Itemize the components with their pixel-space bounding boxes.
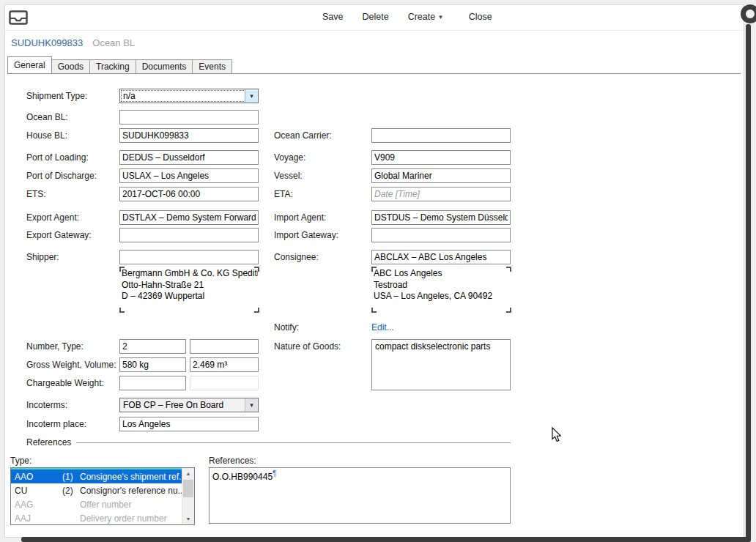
inbox-tray-icon xyxy=(9,10,28,25)
corner-mark-icon xyxy=(254,267,259,272)
package-type-input[interactable] xyxy=(190,339,259,354)
incoterm-place-label: Incoterm place: xyxy=(26,417,86,431)
voyage-label: Voyage: xyxy=(274,150,305,165)
port-of-discharge-input[interactable] xyxy=(119,168,259,183)
ets-input[interactable] xyxy=(119,187,259,201)
save-button[interactable]: Save xyxy=(317,9,349,25)
tab-goods[interactable]: Goods xyxy=(51,59,90,73)
import-gateway-input[interactable] xyxy=(371,228,511,242)
shipment-type-label: Shipment Type: xyxy=(26,89,87,103)
background-window-edge-right xyxy=(746,24,751,542)
close-label: Close xyxy=(469,12,492,22)
scroll-up-icon[interactable]: ▲ xyxy=(182,468,194,479)
nature-of-goods-textarea[interactable]: compact diskselectronic parts xyxy=(371,339,511,390)
ref-num: (2) xyxy=(62,486,80,496)
reference-type-list[interactable]: AAO (1) Consignee's shipment ref... CU (… xyxy=(10,467,195,525)
create-button[interactable]: Create ▾ xyxy=(403,9,448,25)
port-of-loading-label: Port of Loading: xyxy=(26,150,89,165)
ocean-bl-label: Ocean BL: xyxy=(26,110,68,125)
section-divider xyxy=(76,442,511,443)
delete-button[interactable]: Delete xyxy=(357,9,394,25)
scrollbar-thumb[interactable] xyxy=(183,480,193,497)
gross-weight-volume-label: Gross Weight, Volume: xyxy=(26,357,116,372)
ref-desc: Offer number xyxy=(80,500,182,510)
vessel-input[interactable] xyxy=(371,168,511,183)
import-agent-input[interactable] xyxy=(371,210,511,225)
notify-edit-link[interactable]: Edit... xyxy=(371,320,394,335)
chevron-down-icon: ▾ xyxy=(439,13,442,21)
eta-label: ETA: xyxy=(274,187,293,201)
list-scrollbar[interactable]: ▲ ▼ xyxy=(182,468,194,524)
number-type-label: Number, Type: xyxy=(26,339,84,354)
toolbar-buttons: Save Delete Create ▾ Close xyxy=(317,9,497,25)
tab-events[interactable]: Events xyxy=(192,59,232,73)
incoterms-value: FOB CP – Free On Board xyxy=(123,400,223,410)
list-item-aaj[interactable]: AAJ Delivery order number xyxy=(11,511,194,525)
incoterm-place-input[interactable] xyxy=(119,417,259,431)
gross-weight-input[interactable] xyxy=(119,357,186,372)
list-item-aao[interactable]: AAO (1) Consignee's shipment ref... xyxy=(11,469,194,483)
chargeable-weight-secondary-box xyxy=(190,376,259,390)
consignee-label: Consignee: xyxy=(274,250,319,264)
import-gateway-label: Import Gateway: xyxy=(274,228,338,242)
save-label: Save xyxy=(322,12,344,22)
shipment-type-value: n/a xyxy=(123,91,136,101)
references-section-label: References xyxy=(26,437,71,448)
house-bl-input[interactable] xyxy=(119,128,259,143)
shipper-address-block: Bergmann GmbH & Co. KG Spediti... Otto-H… xyxy=(119,267,259,313)
ref-desc: Delivery order number xyxy=(80,513,182,524)
port-of-loading-input[interactable] xyxy=(119,150,259,165)
ref-code: AAO xyxy=(11,472,62,482)
list-item-aag[interactable]: AAG Offer number xyxy=(11,497,194,511)
ref-code: AAG xyxy=(11,500,62,510)
corner-mark-icon xyxy=(506,308,511,313)
consignee-address-text: ABC Los Angeles Testroad USA – Los Angel… xyxy=(374,268,510,302)
shipper-label: Shipper: xyxy=(26,250,59,264)
list-item-cu[interactable]: CU (2) Consignor's reference nu... xyxy=(11,483,194,497)
volume-input[interactable] xyxy=(190,357,259,372)
corner-mark-icon xyxy=(371,267,377,272)
voyage-input[interactable] xyxy=(371,150,511,165)
reference-value: O.O.HB990445 xyxy=(212,472,273,482)
ref-code: CU xyxy=(11,486,62,496)
background-window-ring xyxy=(741,4,756,23)
corner-mark-icon xyxy=(119,267,125,272)
export-gateway-label: Export Gateway: xyxy=(26,228,92,242)
export-gateway-input[interactable] xyxy=(119,228,259,242)
tab-documents[interactable]: Documents xyxy=(136,59,193,73)
shipment-type-select[interactable]: n/a ▾ xyxy=(119,89,259,103)
port-of-discharge-label: Port of Discharge: xyxy=(26,168,97,183)
document-id: SUDUHK099833 xyxy=(11,37,83,48)
ref-desc: Consignee's shipment ref... xyxy=(80,472,182,482)
corner-mark-icon xyxy=(506,267,511,272)
tab-general[interactable]: General xyxy=(7,56,52,74)
chargeable-weight-input[interactable] xyxy=(119,376,186,390)
tab-tracking[interactable]: Tracking xyxy=(89,59,136,73)
mouse-cursor xyxy=(552,427,562,445)
ocean-carrier-label: Ocean Carrier: xyxy=(274,128,332,143)
corner-mark-icon xyxy=(371,308,377,313)
export-agent-input[interactable] xyxy=(119,210,259,225)
incoterms-label: Incoterms: xyxy=(26,398,67,412)
package-number-input[interactable] xyxy=(119,339,186,354)
ocean-carrier-input[interactable] xyxy=(371,128,511,143)
dropdown-arrow-icon[interactable]: ▾ xyxy=(245,398,258,412)
import-agent-label: Import Agent: xyxy=(274,210,326,225)
consignee-input[interactable] xyxy=(371,250,511,264)
dropdown-arrow-icon[interactable]: ▾ xyxy=(245,89,258,103)
incoterms-select[interactable]: FOB CP – Free On Board ▾ xyxy=(119,398,259,412)
close-button[interactable]: Close xyxy=(464,9,497,25)
references-textarea[interactable]: O.O.HB990445¶ xyxy=(209,467,511,524)
ocean-bl-window: Save Delete Create ▾ Close SUDUHK099833 … xyxy=(4,4,744,538)
shipper-input[interactable] xyxy=(119,250,259,264)
eta-input[interactable] xyxy=(371,187,511,201)
consignee-address-block: ABC Los Angeles Testroad USA – Los Angel… xyxy=(371,267,511,313)
ref-num: (1) xyxy=(62,472,80,482)
house-bl-label: House BL: xyxy=(26,128,67,143)
vessel-label: Vessel: xyxy=(274,168,303,183)
scroll-down-icon[interactable]: ▼ xyxy=(182,513,194,524)
document-header: SUDUHK099833 Ocean BL xyxy=(11,37,135,48)
ocean-bl-input[interactable] xyxy=(119,110,259,125)
pilcrow-mark-icon: ¶ xyxy=(273,469,276,478)
chargeable-weight-label: Chargeable Weight: xyxy=(26,376,104,390)
